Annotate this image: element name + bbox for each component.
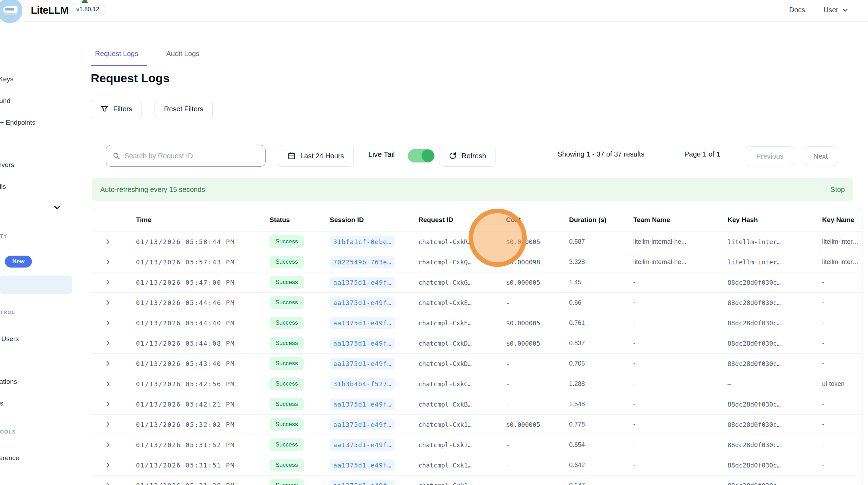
reset-filters-label: Reset Filters — [164, 105, 203, 113]
tab-audit-logs[interactable]: Audit Logs — [162, 48, 209, 66]
session-id-link[interactable]: aa1375d1-e49f… — [330, 439, 395, 451]
expand-row-button[interactable] — [91, 333, 125, 353]
sidebar-item-internal-users[interactable]: Users — [1, 335, 19, 343]
log-team-name: - — [628, 313, 722, 333]
log-row[interactable]: 01/13/2026 05:42:56 PM Success 31b3b4b4-… — [91, 374, 862, 394]
expand-row-button[interactable] — [91, 272, 125, 292]
session-id-link[interactable]: aa1375d1-e49f… — [330, 459, 395, 471]
log-row[interactable]: 01/13/2026 05:31:52 PM Success aa1375d1-… — [91, 435, 862, 455]
brand-title[interactable]: LiteLLM — [31, 5, 69, 16]
log-team-name: - — [628, 292, 722, 313]
col-key-name: Key Name — [816, 208, 862, 231]
chevron-right-icon — [104, 238, 111, 245]
session-id-link[interactable]: 31bfa1cf-0ebe… — [330, 236, 395, 248]
sidebar-item-organizations[interactable]: ations — [0, 378, 17, 386]
sidebar-item-models-endpoints[interactable]: + Endpoints — [0, 119, 35, 126]
log-key-hash: 88dc28d0f030c… — [722, 475, 816, 485]
user-menu-label: User — [823, 6, 838, 14]
log-status: Success — [264, 313, 324, 333]
col-key-hash: Key Hash — [722, 208, 816, 231]
session-id-link[interactable]: aa1375d1-e49f… — [330, 317, 395, 329]
expand-row-button[interactable] — [91, 394, 125, 414]
col-session-id: Session ID — [324, 208, 413, 231]
log-key-name: litellm-inter… — [816, 231, 862, 252]
session-id-link[interactable]: aa1375d1-e49f… — [330, 480, 395, 485]
sidebar-item-teams[interactable]: s — [0, 400, 4, 407]
expand-row-button[interactable] — [91, 374, 125, 394]
expand-row-button[interactable] — [91, 313, 125, 333]
log-row[interactable]: 01/13/2026 05:31:38 PM Success aa1375d1-… — [91, 475, 862, 485]
previous-page-button[interactable]: Previous — [746, 146, 794, 166]
search-request-id-input[interactable] — [124, 152, 259, 160]
chevron-right-icon — [104, 462, 111, 469]
expand-row-button[interactable] — [91, 292, 125, 313]
expand-row-button[interactable] — [91, 455, 125, 475]
sidebar-item-virtual-keys[interactable]: Keys — [0, 75, 13, 83]
expand-row-button[interactable] — [91, 435, 125, 455]
log-row[interactable]: 01/13/2026 05:32:02 PM Success aa1375d1-… — [91, 414, 862, 435]
calendar-icon — [287, 152, 296, 160]
status-badge: Success — [269, 256, 304, 268]
user-menu[interactable]: User — [823, 6, 849, 14]
expand-row-button[interactable] — [91, 231, 125, 252]
log-time: 01/13/2026 05:58:44 PM — [125, 231, 264, 252]
session-id-link[interactable]: aa1375d1-e49f… — [330, 419, 395, 430]
col-time: Time — [125, 208, 264, 231]
log-row[interactable]: 01/13/2026 05:47:00 PM Success aa1375d1-… — [91, 272, 862, 292]
expand-row-button[interactable] — [91, 353, 125, 374]
expand-row-button[interactable] — [91, 252, 125, 272]
chevron-right-icon — [104, 319, 111, 326]
time-range-button[interactable]: Last 24 Hours — [278, 145, 354, 167]
sidebar-item-logs-selected[interactable] — [0, 276, 72, 294]
session-id-link[interactable]: aa1375d1-e49f… — [330, 399, 395, 410]
log-duration: 1.45 — [563, 272, 628, 292]
sidebar-item-api-reference[interactable]: erence — [0, 454, 19, 462]
sidebar-collapse-chevron-icon[interactable] — [53, 203, 62, 212]
log-duration: 0.642 — [563, 455, 628, 475]
expand-row-button[interactable] — [91, 475, 125, 485]
session-id-link[interactable]: 31b3b4b4-f527… — [330, 378, 395, 390]
session-id-link[interactable]: 7022549b-763e… — [330, 256, 395, 268]
time-range-label: Last 24 Hours — [300, 152, 344, 160]
log-key-name: - — [816, 333, 862, 353]
log-row[interactable]: 01/13/2026 05:43:40 PM Success aa1375d1-… — [91, 353, 862, 374]
stop-auto-refresh-button[interactable]: Stop — [831, 186, 845, 194]
log-request-id: chatcmpl-Cxk1… — [413, 414, 500, 435]
log-team-name: - — [628, 475, 722, 485]
log-cost: $0.000005 — [500, 333, 563, 353]
log-session-id: aa1375d1-e49f… — [324, 435, 413, 455]
log-row[interactable]: 01/13/2026 05:44:08 PM Success aa1375d1-… — [91, 333, 862, 353]
sidebar-item-playground[interactable]: und — [0, 97, 11, 105]
log-row[interactable]: 01/13/2026 05:42:21 PM Success aa1375d1-… — [91, 394, 862, 414]
log-session-id: aa1375d1-e49f… — [324, 272, 413, 292]
status-badge: Success — [269, 276, 304, 289]
log-session-id: 31b3b4b4-f527… — [324, 374, 413, 394]
log-session-id: 7022549b-763e… — [324, 252, 413, 272]
log-session-id: aa1375d1-e49f… — [324, 313, 413, 333]
chevron-right-icon — [104, 482, 111, 485]
refresh-label: Refresh — [462, 152, 486, 160]
session-id-link[interactable]: aa1375d1-e49f… — [330, 297, 395, 309]
log-row[interactable]: 01/13/2026 05:44:40 PM Success aa1375d1-… — [91, 313, 862, 333]
refresh-button[interactable]: Refresh — [439, 145, 495, 167]
col-team-name: Team Name — [628, 208, 722, 231]
log-duration: 0.761 — [563, 313, 628, 333]
session-id-link[interactable]: aa1375d1-e49f… — [330, 358, 395, 369]
tab-request-logs[interactable]: Request Logs — [91, 48, 147, 66]
sidebar-item-mcp-servers[interactable]: rvers — [0, 161, 14, 169]
sidebar-item-guardrails[interactable]: ils — [0, 183, 6, 190]
live-tail-toggle[interactable] — [408, 149, 435, 162]
col-duration: Duration (s) — [563, 208, 628, 231]
filters-button[interactable]: Filters — [91, 100, 142, 118]
log-duration: 0.647 — [563, 475, 628, 485]
log-row[interactable]: 01/13/2026 05:31:51 PM Success aa1375d1-… — [91, 455, 862, 475]
log-time: 01/13/2026 05:57:43 PM — [125, 252, 264, 272]
expand-row-button[interactable] — [91, 414, 125, 435]
next-page-button[interactable]: Next — [804, 146, 837, 166]
log-row[interactable]: 01/13/2026 05:44:46 PM Success aa1375d1-… — [91, 292, 862, 313]
reset-filters-button[interactable]: Reset Filters — [155, 100, 213, 118]
docs-link[interactable]: Docs — [789, 6, 805, 14]
session-id-link[interactable]: aa1375d1-e49f… — [330, 277, 395, 288]
log-request-id: chatcmpl-CxkB… — [413, 394, 500, 414]
session-id-link[interactable]: aa1375d1-e49f… — [330, 338, 395, 349]
